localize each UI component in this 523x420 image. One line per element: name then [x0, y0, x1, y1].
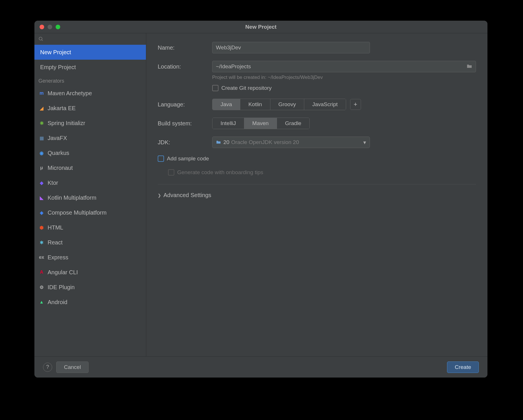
- javafx-icon: ▦: [38, 135, 45, 141]
- sidebar: New ProjectEmpty Project Generators mMav…: [34, 33, 146, 356]
- git-checkbox[interactable]: [212, 85, 218, 91]
- close-window-button[interactable]: [40, 25, 44, 29]
- generator-spring-initializr[interactable]: ❋Spring Initializr: [34, 116, 146, 131]
- generator-label: Maven Archetype: [48, 90, 92, 97]
- react-icon: ⚛: [38, 239, 45, 246]
- name-input[interactable]: [212, 42, 370, 53]
- generator-label: Kotlin Multiplatform: [48, 195, 96, 201]
- generator-label: Ktor: [48, 180, 58, 186]
- build-option-intellij[interactable]: IntelliJ: [212, 118, 244, 129]
- generator-express[interactable]: exExpress: [34, 250, 146, 265]
- jdk-value: 20: [223, 139, 229, 145]
- jakarta-ee-icon: ◢: [38, 105, 45, 111]
- search-icon: [38, 36, 44, 42]
- build-option-maven[interactable]: Maven: [244, 118, 277, 129]
- location-hint: Project will be created in: ~/IdeaProjec…: [212, 75, 476, 80]
- generator-label: Express: [48, 254, 68, 261]
- advanced-settings-toggle[interactable]: ❯ Advanced Settings: [158, 184, 476, 199]
- ide-plugin-icon: ⚙: [38, 284, 45, 290]
- git-label: Create Git repository: [221, 85, 272, 91]
- titlebar: New Project: [34, 21, 487, 33]
- help-button[interactable]: ?: [43, 363, 52, 372]
- generator-android[interactable]: ▲Android: [34, 295, 146, 310]
- generator-kotlin-multiplatform[interactable]: ◣Kotlin Multiplatform: [34, 190, 146, 205]
- sample-code-label: Add sample code: [167, 155, 209, 162]
- sidebar-search[interactable]: [34, 33, 146, 45]
- folder-icon[interactable]: [467, 63, 472, 70]
- generator-maven-archetype[interactable]: mMaven Archetype: [34, 86, 146, 101]
- language-option-javascript[interactable]: JavaScript: [304, 99, 346, 110]
- new-project-dialog: New Project New ProjectEmpty Project Gen…: [34, 21, 487, 378]
- express-icon: ex: [38, 254, 45, 260]
- generator-ide-plugin[interactable]: ⚙IDE Plugin: [34, 280, 146, 295]
- generator-ktor[interactable]: ◆Ktor: [34, 175, 146, 190]
- generator-label: Compose Multiplatform: [48, 209, 107, 216]
- generator-label: Android: [48, 299, 67, 306]
- jdk-dropdown[interactable]: 20 Oracle OpenJDK version 20 ▾: [212, 137, 370, 148]
- sidebar-item-empty-project[interactable]: Empty Project: [34, 60, 146, 75]
- generator-label: IDE Plugin: [48, 284, 75, 291]
- language-group: JavaKotlinGroovyJavaScript: [212, 99, 346, 110]
- generator-react[interactable]: ⚛React: [34, 235, 146, 250]
- build-label: Build system:: [158, 120, 212, 127]
- html-icon: ⬢: [38, 224, 45, 231]
- onboarding-label: Generate code with onboarding tips: [177, 169, 263, 176]
- generator-label: Quarkus: [48, 150, 69, 156]
- cancel-button[interactable]: Cancel: [56, 361, 89, 373]
- language-option-java[interactable]: Java: [212, 99, 240, 110]
- sidebar-item-new-project[interactable]: New Project: [34, 45, 146, 60]
- generator-label: React: [48, 239, 63, 246]
- spring-initializr-icon: ❋: [38, 120, 45, 126]
- location-input[interactable]: ~/IdeaProjects: [212, 61, 476, 72]
- ktor-icon: ◆: [38, 180, 45, 186]
- chevron-down-icon: ▾: [363, 139, 366, 146]
- generator-label: Spring Initializr: [48, 120, 85, 127]
- create-button[interactable]: Create: [447, 361, 479, 373]
- language-label: Language:: [158, 101, 212, 108]
- generator-angular-cli[interactable]: AAngular CLI: [34, 265, 146, 280]
- language-option-kotlin[interactable]: Kotlin: [240, 99, 270, 110]
- window-title: New Project: [245, 24, 277, 30]
- micronaut-icon: μ: [38, 165, 45, 171]
- main-panel: Name: Location: ~/IdeaProjects Project w…: [146, 33, 487, 356]
- generator-label: Micronaut: [48, 165, 73, 171]
- build-system-group: IntelliJMavenGradle: [212, 118, 310, 129]
- sample-code-checkbox[interactable]: [158, 155, 164, 162]
- location-value: ~/IdeaProjects: [216, 63, 251, 70]
- jdk-icon: [216, 139, 221, 145]
- svg-line-1: [42, 40, 43, 41]
- compose-multiplatform-icon: ◈: [38, 209, 45, 216]
- generator-label: Angular CLI: [48, 269, 78, 276]
- location-label: Location:: [158, 63, 212, 70]
- maximize-window-button[interactable]: [56, 25, 60, 29]
- generator-label: JavaFX: [48, 135, 67, 141]
- generator-label: HTML: [48, 224, 63, 231]
- add-language-button[interactable]: +: [350, 99, 361, 110]
- build-option-gradle[interactable]: Gradle: [277, 118, 309, 129]
- generator-quarkus[interactable]: ◉Quarkus: [34, 145, 146, 160]
- onboarding-checkbox: [168, 169, 174, 176]
- generator-compose-multiplatform[interactable]: ◈Compose Multiplatform: [34, 205, 146, 220]
- generator-micronaut[interactable]: μMicronaut: [34, 160, 146, 175]
- chevron-right-icon: ❯: [158, 193, 161, 198]
- generator-javafx[interactable]: ▦JavaFX: [34, 131, 146, 145]
- quarkus-icon: ◉: [38, 150, 45, 156]
- angular-cli-icon: A: [38, 269, 45, 275]
- language-option-groovy[interactable]: Groovy: [270, 99, 304, 110]
- minimize-window-button[interactable]: [48, 25, 52, 29]
- generator-html[interactable]: ⬢HTML: [34, 220, 146, 235]
- name-label: Name:: [158, 44, 212, 51]
- window-controls: [34, 25, 60, 29]
- maven-archetype-icon: m: [38, 90, 45, 96]
- advanced-settings-label: Advanced Settings: [163, 192, 211, 199]
- svg-point-0: [39, 37, 42, 40]
- generator-jakarta-ee[interactable]: ◢Jakarta EE: [34, 101, 146, 116]
- jdk-detail: Oracle OpenJDK version 20: [231, 139, 299, 145]
- generator-label: Jakarta EE: [48, 105, 76, 112]
- generators-header: Generators: [34, 75, 146, 86]
- jdk-label: JDK:: [158, 139, 212, 146]
- kotlin-multiplatform-icon: ◣: [38, 195, 45, 201]
- android-icon: ▲: [38, 299, 45, 305]
- footer: ? Cancel Create: [34, 356, 487, 378]
